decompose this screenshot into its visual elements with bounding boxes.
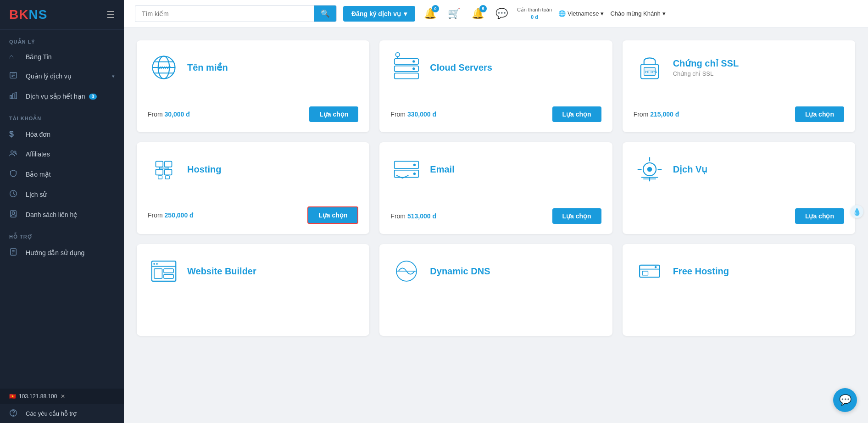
card-title-cloud: Cloud Servers bbox=[430, 62, 492, 73]
sidebar-item-label: Affiliates bbox=[26, 150, 50, 158]
content-area: WWW Tên miền From 30,000 đ Lựa chọn bbox=[124, 28, 868, 423]
header: 🔍 Đăng ký dịch vụ ▾ 🔔 0 🛒 🔔 5 💬 Cần than… bbox=[124, 0, 868, 28]
support-icon bbox=[9, 409, 20, 418]
welcome-text[interactable]: Chào mừng Khánh ▾ bbox=[610, 10, 665, 17]
card-subtitle-ssl: Chứng chỉ SSL bbox=[673, 70, 739, 77]
card-price-hosting: From 250,000 đ bbox=[148, 212, 194, 219]
guide-icon bbox=[9, 248, 20, 258]
card-info-website: Website Builder bbox=[187, 266, 256, 277]
cart-icon-wrap[interactable]: 🛒 bbox=[445, 5, 463, 22]
card-info-domain: Tên miền bbox=[187, 62, 228, 73]
card-bottom-hosting: From 250,000 đ Lựa chọn bbox=[148, 206, 358, 224]
card-dich-vu: Dịch Vụ Lựa chọn bbox=[623, 142, 855, 234]
ip-address: 103.121.88.100 bbox=[19, 393, 57, 400]
sidebar: BKNS ☰ QUẢN LÝ ⌂ Bảng Tin Quản lý dịch v… bbox=[0, 0, 124, 423]
message-icon: 💬 bbox=[495, 8, 508, 20]
svg-point-47 bbox=[413, 173, 416, 175]
card-price-cloud: From 330,000 đ bbox=[390, 111, 436, 118]
affiliates-icon bbox=[9, 149, 20, 159]
shield-icon bbox=[9, 169, 20, 179]
card-hosting: Hosting From 250,000 đ Lựa chọn bbox=[137, 142, 369, 234]
chevron-down-icon: ▾ bbox=[404, 10, 407, 17]
card-title-domain: Tên miền bbox=[187, 62, 228, 73]
register-service-button[interactable]: Đăng ký dịch vụ ▾ bbox=[343, 6, 415, 22]
sidebar-item-guide[interactable]: Hướng dẫn sử dụng bbox=[0, 243, 124, 263]
cloud-server-icon bbox=[390, 51, 423, 83]
card-top-cloud: Cloud Servers bbox=[390, 51, 601, 83]
sidebar-item-dashboard[interactable]: ⌂ Bảng Tin bbox=[0, 48, 124, 66]
card-domain: WWW Tên miền From 30,000 đ Lựa chọn bbox=[137, 40, 369, 132]
notifications2-icon-wrap[interactable]: 🔔 5 bbox=[469, 5, 487, 22]
flag-icon: 🇻🇳 bbox=[9, 393, 16, 400]
messages-icon-wrap[interactable]: 💬 bbox=[493, 5, 511, 22]
sidebar-item-history[interactable]: Lịch sử bbox=[0, 184, 124, 205]
sidebar-item-expiring[interactable]: Dịch vụ sắp hết hạn 0 bbox=[0, 86, 124, 106]
globe-icon: 🌐 bbox=[558, 10, 566, 17]
choose-btn-ssl[interactable]: Lựa chọn bbox=[795, 106, 844, 122]
notifications-icon-wrap[interactable]: 🔔 0 bbox=[422, 5, 439, 22]
hamburger-icon[interactable]: ☰ bbox=[106, 9, 115, 20]
chat-bubble-button[interactable]: 💬 bbox=[833, 388, 857, 412]
svg-text:WWW: WWW bbox=[158, 65, 171, 70]
support-requests-label: Các yêu cầu hỗ trợ bbox=[26, 410, 77, 417]
svg-point-8 bbox=[14, 151, 16, 153]
sidebar-item-affiliates[interactable]: Affiliates bbox=[0, 144, 124, 164]
svg-rect-40 bbox=[158, 176, 162, 179]
chevron-down-icon: ▾ bbox=[601, 10, 604, 17]
svg-point-58 bbox=[156, 263, 158, 265]
svg-rect-26 bbox=[395, 73, 419, 78]
sidebar-item-label: Lịch sử bbox=[26, 191, 47, 198]
hosting-icon bbox=[148, 153, 180, 185]
sidebar-item-security[interactable]: Bảo mật bbox=[0, 164, 124, 184]
svg-rect-36 bbox=[165, 169, 172, 175]
svg-rect-55 bbox=[164, 269, 173, 273]
sidebar-item-support-requests[interactable]: Các yêu cầu hỗ trợ bbox=[0, 404, 124, 423]
chart-icon bbox=[9, 91, 20, 101]
choose-btn-cloud[interactable]: Lựa chọn bbox=[552, 106, 601, 122]
card-website-builder: Website Builder bbox=[137, 244, 369, 336]
card-title-free-hosting: Free Hosting bbox=[673, 266, 729, 277]
water-drop-button[interactable]: 💧 bbox=[851, 205, 863, 218]
card-free-hosting: Free Hosting bbox=[623, 244, 855, 336]
choose-btn-dich-vu[interactable]: Lựa chọn bbox=[795, 208, 844, 224]
svg-rect-5 bbox=[12, 94, 14, 99]
chevron-down-icon: ▾ bbox=[112, 73, 115, 79]
card-info-hosting: Hosting bbox=[187, 164, 221, 175]
sidebar-item-invoice[interactable]: $ Hóa đơn bbox=[0, 124, 124, 144]
services-grid: WWW Tên miền From 30,000 đ Lựa chọn bbox=[137, 40, 855, 336]
sidebar-item-contacts[interactable]: Danh sách liên hệ bbox=[0, 205, 124, 225]
ip-bar: 🇻🇳 103.121.88.100 ✕ bbox=[0, 389, 124, 404]
card-title-website: Website Builder bbox=[187, 266, 256, 277]
notif-badge-1: 0 bbox=[432, 5, 439, 12]
choose-btn-domain[interactable]: Lựa chọn bbox=[309, 106, 358, 122]
card-info-dich-vu: Dịch Vụ bbox=[673, 164, 708, 175]
card-title-dich-vu: Dịch Vụ bbox=[673, 164, 708, 175]
language-button[interactable]: 🌐 Vietnamese ▾ bbox=[558, 10, 604, 17]
card-price-ssl: From 215,000 đ bbox=[634, 111, 679, 118]
manage-icon bbox=[9, 71, 20, 81]
chevron-down-icon: ▾ bbox=[662, 10, 666, 17]
sidebar-item-label: Hướng dẫn sử dụng bbox=[26, 249, 84, 256]
payment-due[interactable]: Cần thanh toán 0 đ bbox=[517, 6, 552, 21]
card-top-hosting: Hosting bbox=[148, 153, 358, 185]
svg-rect-34 bbox=[165, 161, 172, 167]
svg-point-7 bbox=[11, 151, 13, 153]
ssl-icon: HTTPS bbox=[634, 51, 666, 83]
close-ip-icon[interactable]: ✕ bbox=[61, 393, 65, 400]
card-email: Email From 513,000 đ Lựa chọn bbox=[379, 142, 612, 234]
card-price-email: From 513,000 đ bbox=[390, 212, 436, 220]
website-builder-icon bbox=[148, 255, 180, 287]
free-hosting-icon bbox=[634, 255, 666, 287]
card-bottom-dich-vu: Lựa chọn bbox=[634, 208, 844, 224]
service-icon bbox=[634, 153, 666, 185]
card-title-hosting: Hosting bbox=[187, 164, 221, 175]
search-button[interactable]: 🔍 bbox=[314, 6, 336, 22]
sidebar-item-manage-service[interactable]: Quản lý dịch vụ ▾ bbox=[0, 66, 124, 86]
logo: BKNS bbox=[9, 7, 47, 22]
card-top-ssl: HTTPS Chứng chỉ SSL Chứng chỉ SSL bbox=[634, 51, 844, 83]
card-top-website: Website Builder bbox=[148, 255, 358, 287]
search-input[interactable] bbox=[135, 6, 314, 21]
choose-btn-email[interactable]: Lựa chọn bbox=[552, 208, 601, 224]
choose-btn-hosting[interactable]: Lựa chọn bbox=[307, 206, 358, 224]
sidebar-section-taikhoan: TÀI KHOẢN $ Hóa đơn Affiliates Bảo mật L… bbox=[0, 106, 124, 225]
